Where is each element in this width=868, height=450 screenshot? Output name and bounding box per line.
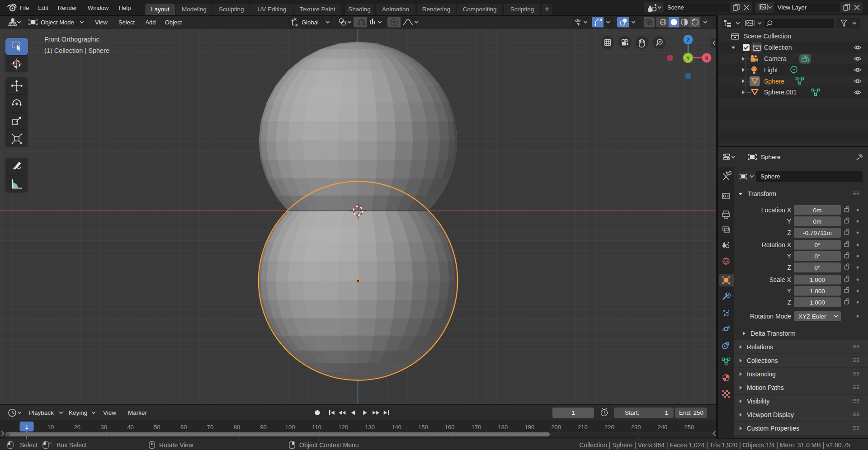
svg-text:Z: Z	[787, 229, 791, 236]
svg-text:File: File	[20, 5, 29, 11]
svg-text:1: 1	[665, 409, 668, 416]
svg-text:+: +	[545, 5, 549, 13]
svg-text:Rotation X: Rotation X	[762, 241, 792, 248]
svg-text:0°: 0°	[815, 253, 821, 260]
svg-text:View: View	[95, 19, 108, 26]
svg-text:Rotation Mode: Rotation Mode	[750, 313, 791, 320]
svg-text:1.000: 1.000	[810, 288, 825, 295]
svg-text:UV Editing: UV Editing	[258, 6, 287, 13]
svg-text:0m: 0m	[813, 207, 822, 214]
svg-text:1: 1	[571, 409, 575, 416]
svg-text:80: 80	[234, 424, 240, 431]
svg-text:0°: 0°	[815, 264, 821, 271]
svg-text:Shading: Shading	[348, 6, 371, 13]
svg-text:20: 20	[74, 424, 80, 431]
svg-text:Delta Transform: Delta Transform	[750, 330, 796, 337]
svg-text:170: 170	[472, 424, 481, 431]
svg-text:Global: Global	[302, 19, 319, 26]
svg-text:View: View	[103, 409, 116, 416]
svg-text:Texture Paint: Texture Paint	[300, 6, 335, 13]
svg-text:Y: Y	[787, 287, 792, 295]
svg-text:Keying: Keying	[69, 409, 87, 416]
svg-text:Sculpting: Sculpting	[219, 6, 244, 13]
svg-text:1.000: 1.000	[810, 299, 825, 306]
svg-text:Render: Render	[58, 5, 77, 11]
svg-text:Edit: Edit	[38, 5, 48, 11]
svg-text:Z: Z	[787, 299, 791, 306]
svg-text:30: 30	[100, 424, 107, 431]
svg-text:Motion Paths: Motion Paths	[747, 384, 784, 391]
svg-text:190: 190	[524, 424, 534, 431]
svg-text:140: 140	[392, 424, 401, 431]
svg-text:Z: Z	[686, 38, 689, 43]
svg-text:Add: Add	[145, 19, 156, 26]
svg-text:Rendering: Rendering	[422, 6, 450, 13]
svg-text:View Layer: View Layer	[778, 4, 807, 11]
svg-text:Y: Y	[787, 218, 792, 225]
svg-text:200: 200	[551, 424, 561, 431]
svg-text:XYZ Euler: XYZ Euler	[798, 313, 826, 320]
svg-text:Collection | Sphere | Verts:96: Collection | Sphere | Verts:964 | Faces:…	[579, 441, 850, 449]
svg-text:Scale X: Scale X	[769, 276, 792, 283]
svg-text:End:: End:	[679, 409, 692, 416]
svg-text:Front Orthographic: Front Orthographic	[44, 36, 99, 43]
svg-text:180: 180	[498, 424, 508, 431]
svg-text:Scene: Scene	[667, 4, 684, 11]
svg-text:Y: Y	[686, 56, 690, 61]
svg-text:100: 100	[285, 424, 295, 431]
svg-text:70: 70	[207, 424, 213, 431]
svg-text:250: 250	[684, 424, 694, 431]
svg-text:Light: Light	[764, 66, 778, 74]
svg-text:Collections: Collections	[747, 357, 778, 364]
svg-text:Collection: Collection	[764, 44, 792, 51]
svg-text:Viewport Display: Viewport Display	[747, 411, 794, 418]
svg-text:1: 1	[25, 423, 28, 430]
svg-text:10: 10	[47, 424, 54, 431]
svg-text:Help: Help	[119, 5, 131, 11]
svg-text:Scene Collection: Scene Collection	[744, 33, 791, 40]
svg-text:50: 50	[154, 424, 160, 431]
svg-text:Layout: Layout	[151, 6, 170, 13]
svg-text:Start:: Start:	[625, 409, 639, 416]
svg-text:Select: Select	[118, 19, 135, 26]
svg-text:150: 150	[418, 424, 428, 431]
svg-text:Box Select: Box Select	[57, 441, 87, 449]
svg-text:120: 120	[338, 424, 348, 431]
svg-text:1.000: 1.000	[810, 277, 825, 283]
svg-text:Select: Select	[20, 441, 38, 449]
svg-text:160: 160	[445, 424, 455, 431]
svg-text:Window: Window	[88, 5, 109, 11]
svg-text:Sphere.001: Sphere.001	[764, 89, 797, 96]
svg-text:Compositing: Compositing	[462, 6, 496, 13]
svg-text:90: 90	[260, 424, 267, 431]
svg-text:250: 250	[693, 409, 703, 416]
svg-text:Z: Z	[787, 264, 791, 271]
svg-text:Instancing: Instancing	[747, 370, 776, 378]
svg-text:60: 60	[180, 424, 187, 431]
svg-text:230: 230	[631, 424, 641, 431]
svg-text:240: 240	[658, 424, 668, 431]
svg-text:Visibility: Visibility	[747, 398, 769, 405]
svg-text:Sphere: Sphere	[764, 78, 784, 85]
svg-text:Rotate View: Rotate View	[159, 441, 193, 449]
svg-text:210: 210	[578, 424, 588, 431]
svg-text:Relations: Relations	[747, 343, 773, 351]
svg-text:X: X	[705, 56, 708, 61]
svg-text:Transform: Transform	[748, 190, 776, 197]
svg-text:Sphere: Sphere	[760, 173, 780, 180]
svg-text:0m: 0m	[813, 218, 822, 225]
svg-text:Playback: Playback	[29, 409, 54, 416]
svg-text:Location X: Location X	[761, 206, 792, 214]
svg-text:Sphere: Sphere	[761, 154, 781, 160]
svg-text:Animation: Animation	[382, 6, 409, 13]
svg-text:220: 220	[604, 424, 614, 431]
svg-text:Modeling: Modeling	[182, 6, 207, 13]
svg-text:110: 110	[312, 424, 321, 431]
svg-text:Y: Y	[787, 253, 792, 260]
svg-text:0°: 0°	[815, 242, 821, 248]
svg-text:Camera: Camera	[764, 55, 787, 62]
svg-text:-0.70711m: -0.70711m	[803, 230, 832, 236]
svg-text:Object Mode: Object Mode	[41, 19, 74, 26]
svg-text:(1) Collection | Sphere: (1) Collection | Sphere	[44, 47, 109, 54]
svg-text:130: 130	[365, 424, 375, 431]
